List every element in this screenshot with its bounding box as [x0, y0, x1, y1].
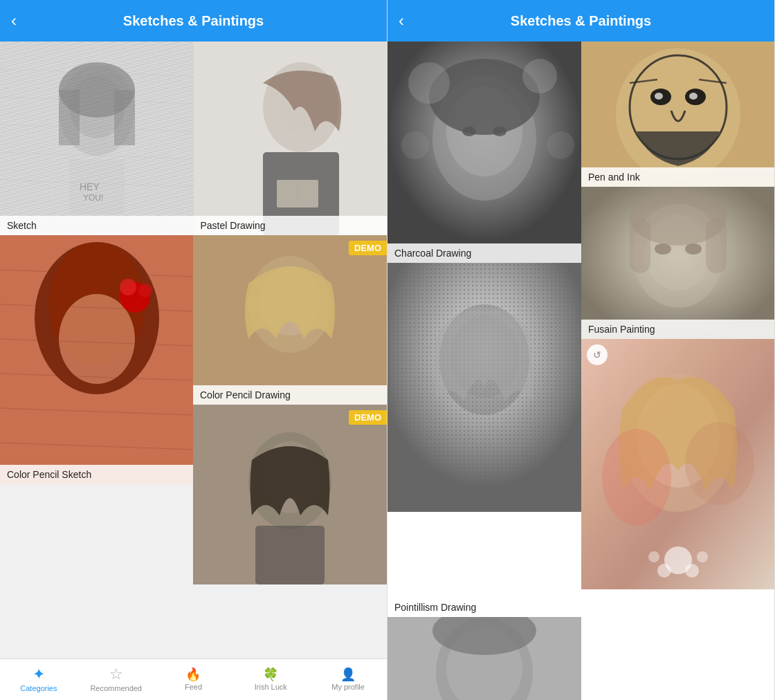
left-scroll-content: HEY YOU! Sketch [0, 42, 387, 658]
svg-point-46 [493, 127, 507, 136]
color-pencil-sketch-label: Color Pencil Sketch [0, 465, 193, 484]
svg-point-50 [547, 131, 574, 159]
svg-point-48 [522, 59, 557, 93]
grid-item-color-pencil-drawing[interactable]: DEMO Color Pencil Drawing [193, 235, 387, 405]
profile-icon: 👤 [340, 668, 356, 681]
grid-item-demo-bottom[interactable]: DEMO [193, 405, 387, 584]
svg-point-74 [655, 243, 671, 255]
feed-label: Feed [185, 683, 202, 691]
tab-my-profile[interactable]: 👤 My profile [309, 668, 387, 691]
demo-bottom-badge: DEMO [349, 410, 387, 425]
left-header: ‹ Sketches & Paintings [0, 0, 387, 42]
svg-rect-0 [0, 42, 194, 235]
svg-point-26 [138, 284, 152, 297]
grid-item-pointillism[interactable]: Pointillism Drawing [388, 263, 581, 617]
svg-line-10 [0, 152, 194, 159]
svg-point-88 [648, 551, 659, 562]
color-pencil-drawing-label: Color Pencil Drawing [193, 385, 387, 405]
recommended-label: Recommended [90, 684, 142, 692]
svg-line-7 [0, 69, 194, 76]
left-phone-panel: ‹ Sketches & Paintings [0, 0, 388, 700]
grid-item-charcoal[interactable]: Charcoal Drawing [388, 42, 581, 263]
irish-luck-icon: 🍀 [263, 668, 278, 681]
tab-irish-luck[interactable]: 🍀 Irish Luck [232, 668, 309, 691]
tab-feed[interactable]: 🔥 Feed [155, 668, 232, 691]
grid-item-colorful[interactable]: ↺ [581, 339, 774, 700]
right-header: ‹ Sketches & Paintings [388, 0, 774, 42]
tab-bar-left: ✦ Categories ☆ Recommended 🔥 Feed 🍀 Iris… [0, 658, 387, 700]
profile-label: My profile [331, 683, 365, 691]
svg-line-8 [0, 97, 194, 104]
svg-point-67 [689, 93, 698, 100]
tab-recommended[interactable]: ☆ Recommended [78, 667, 155, 692]
svg-rect-6 [69, 159, 125, 214]
left-back-button[interactable]: ‹ [11, 11, 17, 30]
right-header-title: Sketches & Paintings [511, 13, 651, 29]
svg-point-3 [59, 62, 135, 118]
svg-rect-5 [114, 90, 135, 145]
svg-line-11 [0, 180, 194, 187]
svg-rect-78 [706, 218, 727, 273]
svg-point-47 [408, 62, 450, 104]
grid-item-color-pencil-sketch[interactable]: Color Pencil Sketch [0, 235, 193, 484]
favorite-icon[interactable]: ↺ [587, 344, 608, 365]
grid-item-sketch[interactable]: HEY YOU! Sketch [0, 42, 194, 235]
feed-icon: 🔥 [185, 668, 201, 681]
svg-point-84 [685, 422, 754, 505]
svg-point-45 [462, 127, 476, 136]
sketch-label: Sketch [0, 216, 194, 235]
categories-label: Categories [20, 684, 57, 692]
svg-rect-4 [59, 90, 80, 145]
charcoal-label: Charcoal Drawing [388, 243, 581, 263]
svg-line-9 [0, 125, 194, 131]
svg-point-87 [685, 564, 699, 578]
grid-item-bottom-sketch-left[interactable] [388, 617, 581, 700]
pointillism-label: Pointillism Drawing [388, 598, 581, 617]
svg-point-89 [697, 551, 708, 562]
pastel-label: Pastel Drawing [194, 216, 388, 235]
tab-categories[interactable]: ✦ Categories [0, 667, 78, 692]
recommended-icon: ☆ [109, 667, 123, 682]
right-col-left: Charcoal Drawing [388, 42, 581, 700]
svg-point-86 [657, 564, 671, 578]
svg-point-1 [59, 66, 135, 156]
grid-item-fusain[interactable]: Fusain Painting [581, 187, 774, 339]
svg-rect-77 [630, 218, 650, 273]
svg-text:YOU!: YOU! [83, 193, 103, 203]
right-back-button[interactable]: ‹ [399, 11, 404, 30]
svg-point-49 [401, 131, 429, 159]
grid-item-pastel[interactable]: Pastel Drawing [194, 42, 388, 235]
color-pencil-drawing-demo-badge: DEMO [349, 241, 387, 255]
fusain-label: Fusain Painting [581, 320, 774, 339]
categories-icon: ✦ [33, 667, 45, 682]
svg-point-75 [685, 243, 702, 255]
svg-point-66 [655, 93, 663, 100]
left-header-title: Sketches & Paintings [123, 13, 264, 29]
svg-point-44 [429, 59, 540, 135]
svg-rect-39 [255, 526, 325, 584]
irish-luck-label: Irish Luck [255, 683, 287, 691]
right-phone-panel: ‹ Sketches & Paintings [388, 0, 775, 700]
svg-point-25 [120, 279, 136, 295]
grid-item-pen-ink[interactable]: Pen and Ink [581, 42, 774, 187]
pen-ink-label: Pen and Ink [581, 167, 774, 187]
svg-point-83 [602, 429, 671, 526]
svg-point-2 [69, 76, 125, 138]
svg-text:HEY: HEY [80, 181, 100, 192]
right-col-right: Pen and Ink [581, 42, 774, 700]
